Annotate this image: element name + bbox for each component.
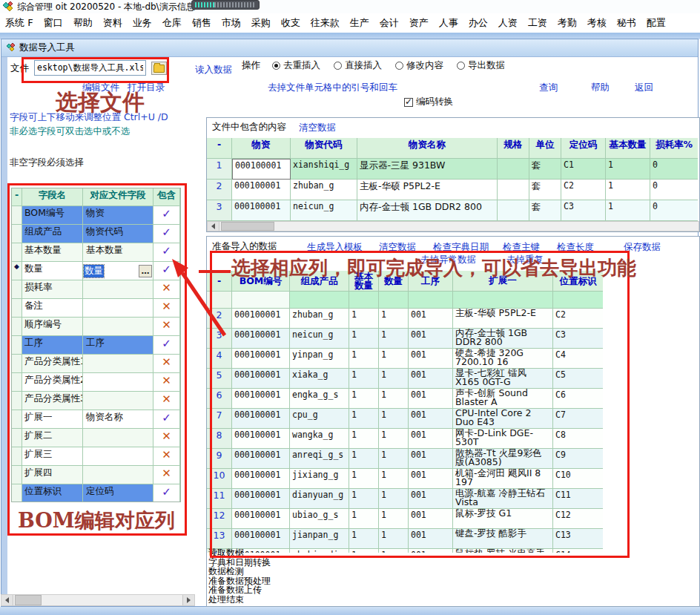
unit-cell[interactable]: 套 — [529, 180, 561, 200]
menu-item[interactable]: 考勤 — [552, 16, 582, 30]
field-name-cell[interactable]: 数量 — [22, 262, 83, 280]
menu-item[interactable]: 系统 F — [0, 16, 39, 30]
left-hscrollbar[interactable] — [1, 594, 195, 606]
table-row[interactable]: ◆ 数量 数量… — [12, 262, 180, 280]
file-field-header[interactable]: 对应文件字段 — [83, 188, 153, 206]
file-field-value[interactable]: 基本数量 — [85, 244, 124, 255]
file-field-cell[interactable]: … — [83, 392, 153, 410]
file-field-cell[interactable]: … — [83, 373, 153, 392]
menu-item[interactable]: 办公 — [463, 16, 493, 30]
bom-number-cell[interactable]: 000100001 — [232, 489, 290, 509]
row-number-cell[interactable]: 2 — [207, 309, 232, 329]
file-field-cell[interactable]: … — [83, 447, 153, 466]
file-field-cell[interactable]: … — [83, 466, 153, 484]
spec-cell[interactable] — [498, 200, 529, 221]
file-field-cell[interactable]: … — [83, 280, 153, 299]
location-cell[interactable]: C1 — [561, 159, 606, 180]
import-action-link[interactable]: 保存数据 — [624, 241, 661, 254]
table-row[interactable]: 9 000100001 anreqi_g_s 1 1 001 散热器-Tt 火星… — [207, 449, 603, 469]
ext-name-cell[interactable]: 网卡-D-Link DGE-530T — [453, 429, 553, 449]
row-number-cell[interactable]: 3 — [207, 200, 232, 221]
file-field-value[interactable] — [85, 430, 87, 441]
table-row[interactable]: 2 000100001 zhuban_g 主板-华硕 P5PL2-E 套 C2 … — [207, 180, 699, 200]
location-cell[interactable]: C7 — [553, 409, 603, 429]
file-field-value[interactable] — [85, 448, 87, 459]
process-cell[interactable]: 001 — [409, 509, 453, 529]
menu-item[interactable]: 工资 — [523, 16, 552, 30]
location-cell[interactable]: C4 — [553, 349, 603, 369]
scroll-left-icon[interactable] — [208, 222, 219, 231]
table-row[interactable]: 基本数量 基本数量… — [12, 243, 180, 262]
bom-number-cell[interactable]: 000100001 — [232, 509, 290, 529]
file-field-value[interactable]: 物资代码 — [85, 226, 124, 237]
table-row[interactable]: 3 000100001 neicun_g 1 1 001 内存-金士顿 1GB … — [207, 329, 603, 349]
filter-cell[interactable] — [290, 292, 349, 309]
file-field-value[interactable]: 定位码 — [85, 485, 115, 496]
import-action-link[interactable]: 去掉异常数据 — [420, 254, 476, 266]
base-qty-cell[interactable]: 1 — [349, 469, 379, 489]
table-row[interactable]: 11 000100001 dianyuan_g 1 1 001 电源-航嘉 冷静… — [207, 489, 603, 509]
menu-item[interactable]: 市场 — [217, 16, 246, 30]
scrollbar-thumb[interactable] — [221, 222, 274, 231]
material-name-cell[interactable]: 显示器-三星 931BW — [357, 159, 498, 180]
ext-name-cell[interactable]: 显卡-七彩虹 镭风X165 0GT-G — [453, 369, 553, 389]
row-number-cell[interactable]: 1 — [207, 159, 232, 180]
included-cell[interactable] — [153, 280, 180, 299]
table-row[interactable]: 位置标识 定位码… — [12, 484, 180, 502]
table-row[interactable]: 备注 … — [12, 299, 180, 318]
file-field-cell[interactable]: 物资代码… — [83, 225, 153, 243]
spec-cell[interactable] — [498, 159, 529, 180]
base-qty-cell[interactable]: 1 — [349, 349, 379, 369]
component-cell[interactable]: ubiao_g_s — [290, 509, 349, 529]
ext-name-cell[interactable]: 鼠标-罗技 G1 — [453, 509, 553, 529]
table-row[interactable]: 1 000100001 xianshiqi_g 显示器-三星 931BW 套 C… — [207, 159, 699, 180]
component-cell[interactable]: yinpan_g — [290, 349, 349, 369]
filter-cell[interactable] — [409, 292, 453, 309]
qty-cell[interactable]: 1 — [379, 309, 409, 329]
row-marker-cell[interactable] — [12, 373, 22, 392]
row-marker-cell[interactable] — [12, 243, 22, 262]
base-qty-cell[interactable]: 1 — [349, 409, 379, 429]
base-qty-cell[interactable]: 1 — [606, 180, 650, 200]
table-row[interactable]: 12 000100001 ubiao_g_s 1 1 001 鼠标-罗技 G1 … — [207, 509, 603, 529]
row-number-cell[interactable]: 9 — [207, 449, 232, 469]
row-marker-cell[interactable] — [12, 484, 22, 502]
menu-item[interactable]: 资料 — [98, 16, 128, 30]
table-row[interactable]: 扩展一 物资名称… — [12, 410, 180, 429]
import-action-link[interactable]: 生成导入模板 — [307, 241, 363, 254]
row-number-cell[interactable]: 2 — [207, 180, 232, 200]
location-cell[interactable]: C3 — [553, 329, 603, 349]
back-link[interactable]: 返回 — [635, 82, 653, 94]
filter-cell[interactable] — [553, 292, 603, 309]
file-field-value[interactable]: 物资 — [85, 207, 105, 218]
operation-radio[interactable]: 修改内容 — [395, 59, 443, 72]
col-header[interactable]: 组成产品 — [290, 271, 349, 292]
file-field-cell[interactable]: 物资名称… — [83, 410, 153, 429]
included-mark-icon[interactable] — [162, 318, 171, 332]
row-number-cell[interactable]: 3 — [207, 329, 232, 349]
bom-number-cell[interactable]: 000100001 — [232, 329, 290, 349]
included-mark-icon[interactable] — [162, 448, 171, 461]
operation-radio[interactable]: 直接插入 — [334, 59, 382, 72]
material-cell[interactable]: 000100001 — [232, 159, 291, 180]
base-qty-cell[interactable]: 1 — [349, 449, 379, 469]
open-dir-link[interactable]: 打开目录 — [128, 82, 165, 94]
material-name-cell[interactable]: 主板-华硕 P5PL2-E — [357, 180, 498, 200]
field-name-cell[interactable]: 备注 — [22, 299, 83, 318]
file-field-cell[interactable]: … — [83, 429, 153, 447]
file-field-value[interactable] — [85, 318, 87, 329]
included-mark-icon[interactable] — [162, 467, 171, 480]
process-cell[interactable]: 001 — [409, 429, 453, 449]
strip-quotes-link[interactable]: 去掉文件单元格中的引号和回车 — [268, 82, 397, 94]
bom-number-cell[interactable]: 000100001 — [232, 349, 290, 369]
row-marker-cell[interactable] — [12, 392, 22, 410]
scroll-right-icon[interactable] — [182, 595, 194, 605]
field-name-cell[interactable]: 产品分类属性3 — [22, 392, 83, 410]
included-mark-icon[interactable] — [162, 300, 171, 313]
included-cell[interactable] — [153, 373, 180, 392]
base-qty-cell[interactable]: 1 — [349, 529, 379, 549]
loss-rate-cell[interactable]: 0 — [650, 180, 698, 200]
base-qty-cell[interactable]: 1 — [349, 329, 379, 349]
process-cell[interactable]: 001 — [409, 469, 453, 489]
col-header[interactable]: 扩展一 — [453, 271, 553, 292]
